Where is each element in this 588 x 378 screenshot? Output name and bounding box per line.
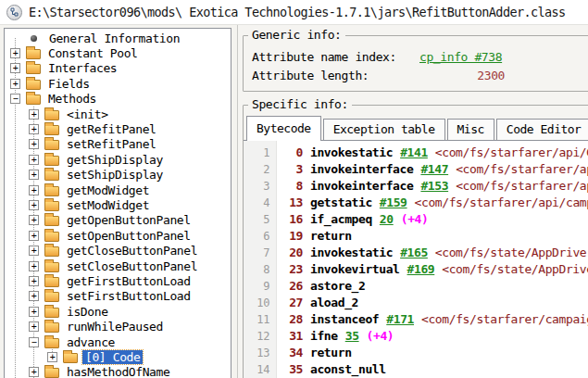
tree-item-runwhilepaused[interactable]: + runWhilePaused [5, 319, 231, 334]
constant-pool-link[interactable]: 35 [345, 328, 359, 345]
expand-toggle-icon[interactable]: + [29, 231, 39, 241]
tree-item-label: Fields [45, 77, 93, 91]
constant-pool-link[interactable]: 20 [380, 211, 394, 228]
expand-toggle-icon[interactable]: + [47, 352, 57, 362]
bytecode-row[interactable]: 3 8 invokeinterface #153 <com/fs/starfar… [244, 178, 588, 195]
bytecode-row[interactable]: 14 35 aconst_null [244, 361, 588, 378]
constant-pool-link[interactable]: #141 [400, 145, 428, 161]
bytecode-row[interactable]: 12 31 ifne 35 (+4) [244, 328, 588, 345]
expand-toggle-icon[interactable]: + [29, 291, 39, 301]
expand-toggle-icon[interactable]: + [29, 170, 39, 180]
folder-icon [26, 94, 41, 105]
tree-item-advance[interactable]: − advance [5, 334, 231, 349]
bytecode-offset: 23 [269, 261, 303, 278]
bytecode-row[interactable]: 9 26 astore_2 [244, 278, 588, 295]
bytecode-row[interactable]: 8 23 invokevirtual #169 <com/fs/state/Ap… [244, 261, 588, 278]
constant-pool-link[interactable]: #153 [420, 178, 448, 195]
constant-pool-link[interactable]: #159 [380, 195, 407, 211]
expand-toggle-icon[interactable]: − [10, 94, 20, 104]
bytecode-row[interactable]: 6 19 return [244, 228, 588, 245]
expand-toggle-icon[interactable]: + [29, 124, 39, 134]
tab-exception-table[interactable]: Exception table [323, 119, 445, 140]
expand-toggle-icon[interactable]: + [29, 307, 39, 317]
tree-item-general-information[interactable]: General Information [5, 31, 231, 45]
tab-bytecode[interactable]: Bytecode [246, 116, 321, 141]
tree-item-getclosebuttonpanel[interactable]: + getCloseButtonPanel [5, 243, 231, 258]
tree-item-init[interactable]: + <init> [5, 107, 231, 121]
tree-item-setclosebuttonpanel[interactable]: + setCloseButtonPanel [5, 258, 231, 273]
expand-toggle-icon[interactable]: + [29, 200, 39, 210]
bytecode-table[interactable]: 1 0 invokestatic #141 <com/fs/starfarer/… [244, 140, 588, 378]
bytecode-row[interactable]: 11 28 instanceof #171 <com/fs/starfarer/… [244, 311, 588, 328]
tree-item-setmodwidget[interactable]: + setModWidget [5, 197, 231, 212]
tree-item-hasmethodofname[interactable]: + hasMethodOfName [5, 365, 231, 378]
tree-item-getfirstbuttonload[interactable]: + getFirstButtonLoad [5, 273, 231, 288]
tree-item-0-code[interactable]: + [0] Code [5, 349, 231, 364]
bytecode-mnemonic: ifne [310, 328, 338, 345]
tree-item-methods[interactable]: − Methods [5, 92, 231, 107]
tab-code-editor[interactable]: Code Editor [496, 119, 588, 140]
tree-item-getopenbuttonpanel[interactable]: + getOpenButtonPanel [5, 213, 231, 228]
constant-pool-link[interactable]: #147 [420, 161, 448, 178]
expand-toggle-icon[interactable]: − [29, 337, 39, 347]
expand-toggle-icon[interactable]: + [29, 185, 39, 195]
bytecode-comment: <com/fs/starfarer/api/Global/ [435, 145, 588, 161]
expand-toggle-icon[interactable]: + [29, 321, 39, 332]
expand-toggle-icon[interactable]: + [10, 79, 20, 89]
expand-toggle-icon[interactable]: + [29, 139, 39, 149]
bytecode-row[interactable]: 7 20 invokestatic #165 <com/fs/state/App… [244, 245, 588, 261]
tree-item-fields[interactable]: + Fields [5, 76, 231, 91]
tree-item-getshipdisplay[interactable]: + getShipDisplay [5, 152, 231, 167]
tree-item-label: setRefitPanel [64, 137, 159, 151]
expand-toggle-icon[interactable]: + [29, 261, 39, 271]
tree-item-interfaces[interactable]: + Interfaces [5, 61, 231, 76]
tab-misc[interactable]: Misc [447, 119, 494, 140]
constant-pool-link[interactable]: #171 [386, 311, 414, 328]
tree-item-getmodwidget[interactable]: + getModWidget [5, 183, 231, 197]
constant-pool-link[interactable]: #165 [400, 245, 428, 261]
tree-item-isdone[interactable]: + isDone [5, 304, 231, 319]
bytecode-row[interactable]: 4 13 getstatic #159 <com/fs/starfarer/ap… [244, 195, 588, 211]
expand-toggle-icon[interactable]: + [29, 246, 39, 256]
bytecode-row[interactable]: 5 16 if_acmpeq 20 (+4) [244, 211, 588, 228]
folder-icon [44, 246, 59, 257]
folder-icon [44, 322, 59, 333]
tree-item-constant-pool[interactable]: + Constant Pool [5, 45, 231, 60]
expand-toggle-icon[interactable]: + [10, 48, 20, 58]
constant-pool-link[interactable]: #169 [407, 261, 435, 278]
line-number: 2 [244, 161, 269, 178]
tree-item-setshipdisplay[interactable]: + setShipDisplay [5, 168, 231, 183]
tree-item-setopenbuttonpanel[interactable]: + setOpenButtonPanel [5, 228, 231, 243]
bytecode-comment: <com/fs/starfarer/api/campaign/Co [415, 195, 588, 211]
bytecode-mnemonic: getstatic [310, 195, 372, 211]
expand-toggle-icon[interactable]: + [29, 155, 39, 165]
branch-delta: (+4) [367, 328, 394, 345]
bytecode-row[interactable]: 13 34 return [244, 345, 588, 361]
line-number: 9 [244, 278, 269, 295]
specific-info-tabstrip: BytecodeException tableMiscCode Editor [244, 106, 588, 140]
bytecode-row[interactable]: 1 0 invokestatic #141 <com/fs/starfarer/… [244, 145, 588, 161]
branch-delta: (+4) [401, 211, 429, 228]
folder-icon [44, 368, 59, 378]
line-number: 14 [244, 361, 269, 378]
bytecode-offset: 27 [269, 295, 303, 311]
tree-item-setrefitpanel[interactable]: + setRefitPanel [5, 137, 231, 152]
bytecode-row[interactable]: 2 3 invokeinterface #147 <com/fs/starfar… [244, 161, 588, 178]
tree-item-getrefitpanel[interactable]: + getRefitPanel [5, 121, 231, 136]
expand-toggle-icon[interactable]: + [29, 215, 39, 225]
cp-info-link[interactable]: cp_info #738 [419, 48, 502, 67]
folder-icon [63, 353, 78, 363]
folder-icon [44, 170, 59, 181]
expand-toggle-icon[interactable]: + [29, 367, 39, 377]
bytecode-mnemonic: aconst_null [310, 361, 386, 378]
class-structure-tree[interactable]: General Information + Constant Pool + In… [4, 28, 231, 378]
bytecode-row[interactable]: 10 27 aload_2 [244, 295, 588, 311]
expand-toggle-icon[interactable]: + [29, 276, 39, 286]
expand-toggle-icon[interactable]: + [29, 109, 39, 120]
bytecode-mnemonic: invokeinterface [310, 178, 413, 195]
tree-item-label: setModWidget [64, 198, 152, 212]
tree-item-setfirstbuttonload[interactable]: + setFirstButtonLoad [5, 289, 231, 304]
expand-toggle-icon[interactable]: + [10, 63, 20, 73]
title-bar: E:\Starsector096\mods\ Exotica Technolog… [0, 0, 588, 25]
bytecode-mnemonic: return [310, 228, 352, 245]
